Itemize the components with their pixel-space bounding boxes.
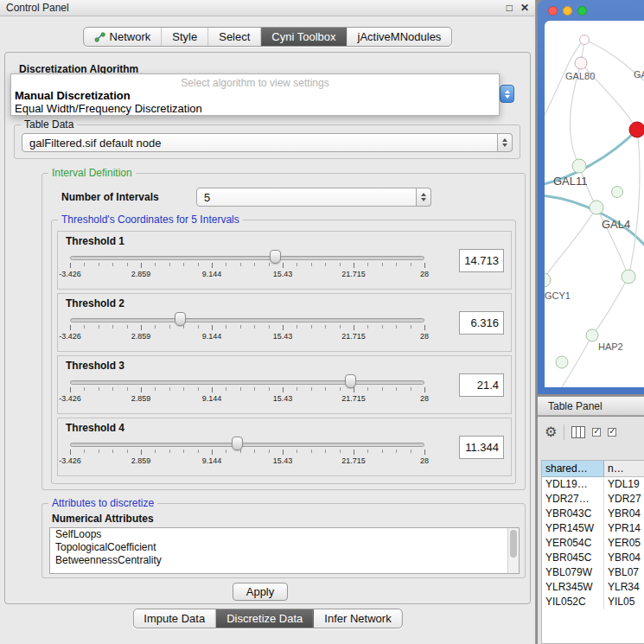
tick-mark <box>354 263 354 268</box>
tab-jactivemnodules[interactable]: jActiveMNodules <box>348 28 452 46</box>
table-row[interactable]: YDL19…YDL19 <box>542 477 644 492</box>
list-scrollbar[interactable] <box>507 528 519 573</box>
threshold-slider[interactable]: -3.4262.8599.14415.4321.71528 <box>70 252 424 282</box>
minimize-traffic-icon[interactable] <box>563 6 572 16</box>
table-row[interactable]: YBL079WYBL07 <box>542 565 644 580</box>
network-edge[interactable] <box>628 130 640 277</box>
table-row[interactable]: YIL052CYIL05 <box>542 595 644 609</box>
tick-mark <box>340 325 341 328</box>
table-data-combo[interactable]: galFiltered.sif default node <box>22 133 513 152</box>
scale-label: 21.715 <box>341 456 366 465</box>
table-row[interactable]: YDR27…YDR27 <box>542 492 644 507</box>
column-header-shared-name[interactable]: shared… <box>542 461 604 477</box>
threshold-value-field[interactable]: 6.316 <box>459 311 504 335</box>
slider-track[interactable] <box>70 318 424 322</box>
threshold-slider[interactable]: -3.4262.8599.14415.4321.71528 <box>70 377 424 406</box>
tick-mark <box>212 450 213 455</box>
slider-track[interactable] <box>70 256 424 260</box>
table-row[interactable]: YER054CYER05 <box>542 536 644 551</box>
tick-mark <box>424 325 425 330</box>
zoom-traffic-icon[interactable] <box>577 6 587 16</box>
numerical-attributes-label: Numerical Attributes <box>52 513 154 525</box>
tab-style[interactable]: Style <box>162 28 208 46</box>
list-item[interactable]: TopologicalCoefficient <box>50 541 519 554</box>
tab-label: jActiveMNodules <box>358 30 442 43</box>
tick-mark <box>254 387 255 391</box>
network-node[interactable] <box>580 35 590 45</box>
unselect-all-columns-icon[interactable] <box>608 428 616 437</box>
slider-thumb[interactable] <box>175 312 186 326</box>
slider-track[interactable] <box>70 380 424 385</box>
table-cell: YPR14 <box>604 521 644 536</box>
close-traffic-icon[interactable] <box>548 6 558 16</box>
slider-thumb[interactable] <box>270 250 281 264</box>
table-cell: YDL19… <box>542 477 604 492</box>
slider-thumb[interactable] <box>232 437 243 450</box>
table-row[interactable]: YBR045CYBR04 <box>542 551 644 565</box>
table-row[interactable]: YLR345WYLR34 <box>542 580 644 595</box>
network-node-gal11[interactable] <box>572 159 586 173</box>
table-row[interactable]: YPR145WYPR14 <box>542 521 644 536</box>
tab-label: Infer Network <box>324 612 391 625</box>
slider-scale-labels: -3.4262.8599.14415.4321.71528 <box>70 270 424 279</box>
threshold-slider[interactable]: -3.4262.8599.14415.4321.71528 <box>70 439 424 469</box>
scale-label: 9.144 <box>202 394 222 403</box>
node-label-hap2: HAP2 <box>598 341 623 352</box>
tick-mark <box>296 387 297 391</box>
dropdown-item-manual-discretization[interactable]: Manual Discretization <box>11 89 499 102</box>
numerical-attributes-list[interactable]: SelfLoopsTopologicalCoefficientBetweenne… <box>49 527 520 574</box>
table-panel-header[interactable]: Table Panel <box>538 396 644 416</box>
list-item[interactable]: SelfLoops <box>50 528 519 541</box>
tab-impute-data[interactable]: Impute Data <box>133 609 216 628</box>
tick-mark <box>354 387 354 392</box>
tab-select[interactable]: Select <box>208 28 261 46</box>
list-item[interactable]: BetweennessCentrality <box>50 554 519 567</box>
network-node-gal4[interactable] <box>590 201 603 214</box>
number-of-intervals-combo[interactable]: 5 <box>196 188 431 207</box>
tab-cyni-toolbox[interactable]: Cyni Toolbox <box>261 28 347 46</box>
tick-mark <box>141 387 142 392</box>
tick-mark <box>84 263 85 266</box>
network-edge[interactable] <box>545 207 596 280</box>
gear-icon[interactable]: ⚙ <box>545 425 557 439</box>
show-columns-icon[interactable] <box>571 426 585 438</box>
threshold-value-field[interactable]: 14.713 <box>459 249 504 272</box>
scrollbar-thumb[interactable] <box>510 530 517 558</box>
tab-label: Cyni Toolbox <box>271 30 335 43</box>
tick-mark <box>99 325 99 328</box>
network-node[interactable] <box>612 187 623 198</box>
network-node-hap2[interactable] <box>586 329 598 341</box>
tick-mark <box>70 450 71 455</box>
select-all-columns-icon[interactable] <box>592 428 601 437</box>
slider-thumb[interactable] <box>345 374 356 388</box>
network-node-gcy1[interactable] <box>545 273 551 287</box>
tick-mark <box>127 263 128 266</box>
network-edge[interactable] <box>592 277 628 335</box>
tick-mark <box>198 263 199 266</box>
threshold-value-field[interactable]: 21.4 <box>459 373 504 397</box>
tick-mark <box>325 325 326 328</box>
tick-mark <box>169 325 170 328</box>
algorithm-combo-stepper[interactable] <box>500 85 514 103</box>
dropdown-item-equal-width-frequency[interactable]: Equal Width/Frequency Discretization <box>11 102 499 115</box>
table-row[interactable]: YBR043CYBR04 <box>542 507 644 521</box>
network-node-gal80[interactable] <box>575 57 587 69</box>
slider-track[interactable] <box>70 443 424 447</box>
tab-discretize-data[interactable]: Discretize Data <box>216 609 314 628</box>
tick-mark <box>212 387 213 392</box>
apply-button[interactable]: Apply <box>233 583 288 601</box>
column-header-name[interactable]: n… <box>604 461 644 477</box>
tab-network[interactable]: Network <box>84 28 163 46</box>
network-edge[interactable] <box>545 40 584 124</box>
node-label-gal80: GAL80 <box>565 71 595 81</box>
threshold-value-field[interactable]: 11.344 <box>459 436 504 459</box>
network-node[interactable] <box>556 356 568 368</box>
float-window-icon[interactable]: □ <box>507 2 513 14</box>
network-node-selected[interactable] <box>629 122 644 137</box>
network-node[interactable] <box>622 270 635 284</box>
table-cell: YBR045C <box>542 551 604 565</box>
threshold-slider[interactable]: -3.4262.8599.14415.4321.71528 <box>70 315 424 344</box>
tab-infer-network[interactable]: Infer Network <box>314 609 401 628</box>
network-canvas[interactable]: GAL80 GA GAL11 GAL4 GCY1 HAP2 <box>545 21 644 387</box>
close-icon[interactable]: ✕ <box>520 2 529 14</box>
